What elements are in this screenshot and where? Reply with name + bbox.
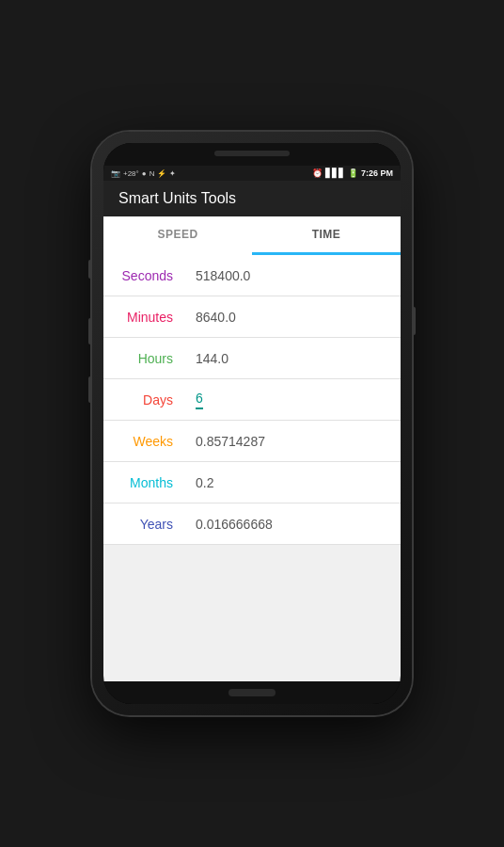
unit-label: Minutes [103,310,188,325]
alarm-icon: ⏰ [312,168,323,178]
status-right: ⏰ ▋▋▋ 🔋 7:26 PM [312,168,393,178]
table-row: Minutes8640.0 [103,296,401,338]
table-row: Days6 [103,379,401,421]
unit-label: Hours [103,351,188,366]
unit-label: Seconds [103,268,188,283]
unit-label: Months [103,475,188,490]
table-row: Months0.2 [103,462,401,503]
unit-label: Days [103,392,188,408]
home-button[interactable] [228,689,276,696]
unit-value[interactable]: 6 [188,391,401,409]
app-bar: Smart Units Tools [103,181,401,216]
tab-indicator-time [252,252,401,255]
tabs-container: SPEED TIME [103,216,401,252]
unit-value: 0.2 [188,475,401,490]
volume-up-button [88,260,92,279]
time-display: 7:26 PM [361,168,393,178]
table-row: Years0.016666668 [103,503,401,545]
app-title: Smart Units Tools [118,190,236,207]
table-row: Hours144.0 [103,338,401,379]
tab-time[interactable]: TIME [252,216,401,252]
phone-screen: 📷 +28° ● N ⚡ ✦ ⏰ ▋▋▋ 🔋 7:26 PM Smart Uni… [103,143,401,704]
speaker [214,151,290,156]
volume-down-button [88,318,92,344]
chrome-icon: ● [142,169,147,178]
signal-icon: ▋▋▋ [325,168,345,178]
unit-label: Weeks [103,434,188,449]
bottom-bezel [103,681,401,704]
tab-indicator-speed [103,252,252,255]
status-bar: 📷 +28° ● N ⚡ ✦ ⏰ ▋▋▋ 🔋 7:26 PM [103,166,401,181]
unit-value: 144.0 [188,351,401,366]
tab-indicator-row [103,252,401,255]
phone-device: 📷 +28° ● N ⚡ ✦ ⏰ ▋▋▋ 🔋 7:26 PM Smart Uni… [92,132,412,715]
unit-value: 518400.0 [188,268,401,283]
screen-content: SPEED TIME Seconds518400.0Minutes8640.0H… [103,216,401,681]
top-bezel [103,143,401,166]
power-button [412,307,416,335]
unit-value: 8640.0 [188,310,401,325]
tab-speed[interactable]: SPEED [103,216,252,252]
conversion-table: Seconds518400.0Minutes8640.0Hours144.0Da… [103,255,401,545]
nfc-icon: N [150,169,155,178]
temp-label: +28° [123,169,139,178]
status-left: 📷 +28° ● N ⚡ ✦ [111,169,176,178]
table-row: Weeks0.85714287 [103,421,401,462]
battery-icon: 🔋 [348,168,358,178]
silent-button [88,376,92,403]
notification-icon: 📷 [111,169,120,178]
table-row: Seconds518400.0 [103,255,401,296]
bluetooth-icon: ✦ [169,169,176,178]
unit-value: 0.85714287 [188,434,401,449]
unit-label: Years [103,517,188,532]
usb-icon: ⚡ [157,169,166,178]
unit-value: 0.016666668 [188,517,401,532]
